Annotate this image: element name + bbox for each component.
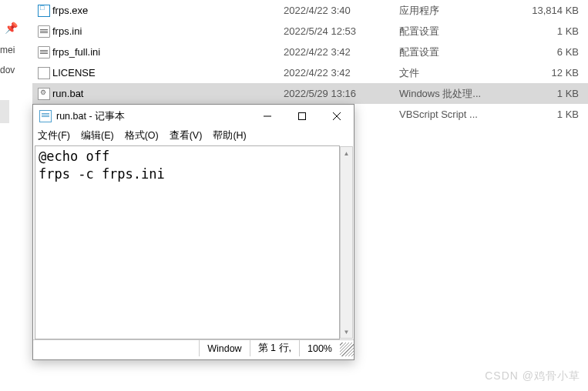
file-type: 配置设置 <box>399 25 507 38</box>
file-name: frps.ini <box>52 25 284 37</box>
file-type: 文件 <box>399 66 507 80</box>
pin-icon[interactable]: 📌 <box>5 22 18 34</box>
scroll-down-icon[interactable]: ▼ <box>341 326 352 338</box>
text-editor[interactable]: @echo off frps -c frps.ini <box>35 145 340 339</box>
file-size: 1 KB <box>507 109 588 120</box>
close-button[interactable] <box>319 105 354 128</box>
menu-file[interactable]: 文件(F) <box>38 129 70 142</box>
file-size: 1 KB <box>507 25 588 37</box>
watermark: CSDN @鸡骨小草 <box>485 369 580 383</box>
file-size: 12 KB <box>507 67 588 79</box>
file-size: 13,814 KB <box>507 5 588 16</box>
scroll-up-icon[interactable]: ▲ <box>341 147 352 159</box>
file-type: Windows 批处理... <box>399 87 507 101</box>
menu-help[interactable]: 帮助(H) <box>213 129 246 142</box>
left-label-1: mei <box>0 45 15 55</box>
title-bar[interactable]: run.bat - 记事本 <box>33 105 354 128</box>
file-size: 1 KB <box>507 88 588 99</box>
file-row[interactable]: frps.ini2022/5/24 12:53配置设置1 KB <box>32 21 588 42</box>
file-type: VBScript Script ... <box>399 109 507 120</box>
file-row[interactable]: run.bat2022/5/29 13:16Windows 批处理...1 KB <box>32 83 588 104</box>
resize-grip[interactable] <box>340 343 354 356</box>
file-date: 2022/5/29 13:16 <box>284 88 399 99</box>
file-type: 配置设置 <box>399 45 507 59</box>
notepad-window: run.bat - 记事本 文件(F) 编辑(E) 格式(O) 查看(V) 帮助… <box>32 104 354 360</box>
window-title: run.bat - 记事本 <box>56 110 250 123</box>
file-icon <box>38 25 50 38</box>
menu-bar: 文件(F) 编辑(E) 格式(O) 查看(V) 帮助(H) <box>33 128 354 145</box>
file-row[interactable]: frps_full.ini2022/4/22 3:42配置设置6 KB <box>32 42 588 62</box>
menu-view[interactable]: 查看(V) <box>170 129 203 142</box>
file-name: run.bat <box>52 88 284 99</box>
status-bar: Window 第 1 行, 100% <box>33 339 354 356</box>
status-encoding: Window <box>199 340 249 356</box>
vertical-scrollbar[interactable]: ▲ ▼ <box>340 146 353 339</box>
status-zoom: 100% <box>299 340 340 356</box>
file-icon <box>38 88 50 100</box>
svg-rect-1 <box>298 113 305 120</box>
menu-format[interactable]: 格式(O) <box>125 129 159 142</box>
left-handle[interactable] <box>0 100 9 123</box>
file-row[interactable]: frps.exe2022/4/22 3:40应用程序13,814 KB <box>32 0 588 21</box>
file-icon <box>38 46 50 58</box>
file-name: frps.exe <box>52 5 284 16</box>
left-label-2: dov <box>0 65 15 75</box>
file-date: 2022/5/24 12:53 <box>284 25 399 37</box>
file-icon <box>38 5 50 17</box>
file-date: 2022/4/22 3:40 <box>284 5 399 16</box>
file-name: frps_full.ini <box>52 46 284 58</box>
file-icon <box>38 67 50 79</box>
notepad-icon <box>39 110 52 122</box>
file-date: 2022/4/22 3:42 <box>284 67 399 79</box>
menu-edit[interactable]: 编辑(E) <box>81 129 114 142</box>
file-row[interactable]: LICENSE2022/4/22 3:42文件12 KB <box>32 62 588 83</box>
maximize-button[interactable] <box>284 105 319 128</box>
file-size: 6 KB <box>507 46 588 58</box>
file-type: 应用程序 <box>399 4 507 18</box>
status-position: 第 1 行, <box>250 340 299 356</box>
file-date: 2022/4/22 3:42 <box>284 46 399 58</box>
minimize-button[interactable] <box>250 105 284 128</box>
file-name: LICENSE <box>52 67 284 79</box>
